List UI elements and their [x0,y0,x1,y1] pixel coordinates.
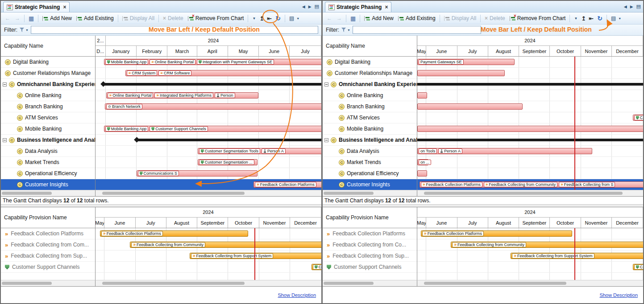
capability-row[interactable]: CBranch Banking [1,101,95,112]
add-existing-button[interactable]: Add Existing [75,14,116,22]
gantt-bar[interactable]: Customer Segmentation ToolsPerson A [198,148,321,154]
gantt-bar[interactable]: on ... [417,159,428,165]
scrollbar-thumb[interactable] [102,282,245,285]
gantt-bar[interactable]: ⚙Branch Network [105,103,321,110]
capability-row[interactable]: COmnichannel Banking Experienc [1,79,95,90]
scrollbar-thumb[interactable] [324,192,374,195]
provision-row[interactable]: »Feedback Collecting from Sup... [1,251,95,262]
gantt-bar[interactable]: »CRM System»CRM Software [125,70,321,76]
gantt-bar[interactable] [417,92,427,99]
name-scrollbar[interactable] [323,190,417,196]
tab-strategic-phasing[interactable]: Strategic Phasing × [325,2,391,12]
add-new-button[interactable]: Add New [41,14,74,22]
name-scrollbar[interactable] [1,190,96,196]
gantt-bar[interactable]: Mobile Banking AppCustomer Support Chann… [104,126,321,132]
gantt-bar[interactable]: C... [633,264,643,270]
gantt-bar[interactable]: »Online Banking Portal»Integrated Bankin… [106,92,258,99]
bar-actions-dropdown-icon[interactable]: ▼ [250,16,258,21]
provision-row[interactable]: »Feedback Collecting from Com... [1,239,95,251]
capability-row[interactable]: CMobile Banking [1,123,95,135]
tab-list-icon[interactable]: ▤ [636,4,641,9]
capability-row[interactable]: CMarket Trends [1,157,95,168]
filter-input[interactable] [31,26,318,34]
filter-options-button[interactable]: ▼ [20,28,29,32]
provision-row[interactable]: Customer Support Channels [323,262,417,273]
gantt-bar[interactable]: »Feedback Collecting from Support System [511,253,643,259]
chart-scrollbar[interactable] [96,280,321,286]
chart-scrollbar[interactable] [417,280,643,286]
collapse-icon[interactable] [324,82,328,86]
chart-options-icon[interactable]: ▤▼ [609,14,623,22]
gantt-bar[interactable]: on ToolsPerson A [417,148,592,154]
gantt-bar[interactable]: C... [312,264,321,270]
delete-button[interactable]: ×Delete [483,14,507,22]
capability-row[interactable]: CCustomer Insights [1,179,95,190]
capability-row[interactable]: COperational Efficiency [323,168,417,179]
gantt-bar[interactable] [417,103,523,110]
delete-button[interactable]: ×Delete [161,14,185,22]
show-description-link[interactable]: Show Description [278,292,316,298]
filter-input[interactable] [353,26,481,34]
provision-row[interactable]: Customer Support Channels [1,262,95,273]
capability-row[interactable]: CBranch Banking [323,101,417,112]
capability-row[interactable]: COnline Banking [1,90,95,101]
capability-row[interactable]: CData Analysis [323,146,417,157]
tab-list-icon[interactable]: ▤ [315,4,319,9]
gantt-bar[interactable]: »Feedback Collection Platforms [253,181,321,188]
capability-row[interactable]: CATM Services [323,112,417,123]
scroll-tabs-right-icon[interactable]: ▶ [630,4,633,9]
provision-row[interactable]: »Feedback Collection Platforms [323,228,417,239]
gantt-bar[interactable] [417,70,505,76]
gantt-bar[interactable]: »Feedback Collecting from Community [451,242,643,248]
back-icon[interactable]: ← [3,14,12,22]
gantt-bar[interactable]: Customer Segmentation ... [198,159,258,165]
chart-options-icon[interactable]: ▤▼ [287,14,301,22]
close-tab-icon[interactable]: × [385,4,388,10]
summary-bar[interactable] [137,139,321,141]
gantt-bar[interactable] [417,170,427,177]
capability-row[interactable]: CBusiness Intelligence and Analyt [1,135,95,146]
keep-default-position-icon[interactable]: ↥ [258,14,265,23]
scrollbar-thumb[interactable] [324,282,374,285]
gantt-bar[interactable]: Mobile Banking App»Online Banking Portal… [104,59,321,65]
capability-row[interactable]: CDigital Banking [1,57,95,68]
filter-options-button[interactable]: ▼ [341,28,350,32]
chart-scrollbar[interactable] [417,190,643,196]
remove-from-chart-button[interactable]: Remove From Chart [186,14,246,22]
gantt-bar[interactable]: »Feedback Collecting from Community [130,242,321,248]
scrollbar-thumb[interactable] [2,282,52,285]
display-all-button[interactable]: Display All [120,14,156,22]
add-existing-button[interactable]: Add Existing [396,14,437,22]
refresh-icon[interactable]: ↻ [595,14,604,23]
capability-row[interactable]: CCustomer Relationships Manage [323,68,417,79]
show-description-link[interactable]: Show Description [599,292,638,298]
capability-row[interactable]: CDigital Banking [323,57,417,68]
capability-row[interactable]: CData Analysis [1,146,95,157]
close-tab-icon[interactable]: × [63,4,66,10]
capability-row[interactable]: CCustomer Relationships Manage [1,68,95,79]
gantt-bar[interactable]: Payment Gateways SE [417,59,515,65]
gantt-bar[interactable] [417,126,643,132]
summary-bar[interactable] [103,83,321,86]
collapse-icon[interactable] [324,138,328,142]
capability-row[interactable]: CBusiness Intelligence and Analyt [323,135,417,146]
remove-from-chart-button[interactable]: Remove From Chart [508,14,568,22]
capability-row[interactable]: CATM Services [1,112,95,123]
capability-row[interactable]: COnline Banking [323,90,417,101]
provision-row[interactable]: »Feedback Collecting from Co... [323,239,417,251]
forward-icon[interactable]: → [335,14,344,22]
gantt-bar[interactable]: »Feedback Collection Platforms [100,230,248,237]
capability-row[interactable]: COperational Efficiency [1,168,95,179]
open-diagram-icon[interactable]: ▦ [349,14,357,23]
refresh-icon[interactable]: ↻ [274,14,283,23]
chart-scr ollbar[interactable] [96,190,321,196]
open-diagram-icon[interactable]: ▦ [27,14,36,23]
provision-row[interactable]: »Feedback Collecting from Sup... [323,251,417,262]
capability-row[interactable]: CMobile Banking [323,123,417,135]
scrollbar-thumb[interactable] [2,192,52,195]
scrollbar-thumb[interactable] [102,192,245,195]
tab-strategic-phasing[interactable]: Strategic Phasing × [3,2,70,12]
name-scrollbar[interactable] [1,280,96,286]
summary-bar[interactable] [417,83,643,86]
back-icon[interactable]: ← [325,14,334,22]
